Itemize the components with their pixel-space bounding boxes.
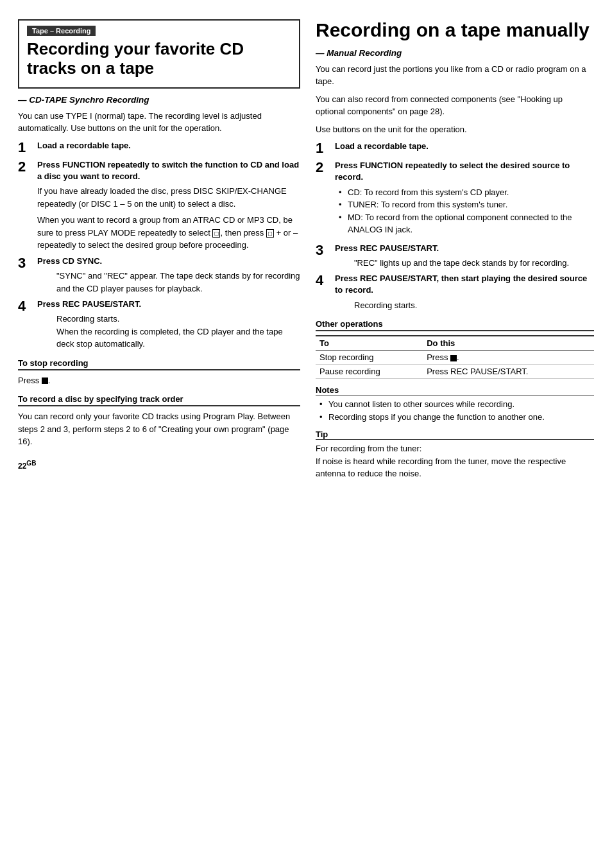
right-step-title-4: Press REC PAUSE/START, then start playin…	[335, 273, 594, 296]
to-record-header: To record a disc by specifying track ord…	[18, 394, 300, 406]
note-2: Recording stops if you change the functi…	[319, 411, 594, 424]
right-column: Recording on a tape manually — Manual Re…	[316, 19, 594, 849]
notes-list: You cannot listen to other sources while…	[319, 398, 594, 423]
left-intro: You can use TYPE I (normal) tape. The re…	[18, 110, 300, 135]
right-intro-1: You can record just the portions you lik…	[316, 63, 594, 88]
right-main-title: Recording on a tape manually	[316, 19, 594, 42]
table-row-stop: Stop recording Press .	[316, 351, 594, 365]
to-record-text: You can record only your favorite CD tra…	[18, 410, 300, 448]
step-num-1: 1	[18, 140, 35, 155]
step-body-2: If you have already loaded the disc, pre…	[37, 185, 300, 252]
step-title-4: Press REC PAUSE/START.	[37, 299, 300, 310]
step-num-4: 4	[18, 299, 35, 314]
right-step-3: 3 Press REC PAUSE/START. "REC" lights up…	[316, 243, 594, 270]
bullet-md: MD: To record from the optional componen…	[339, 211, 594, 236]
right-intro-3: Use buttons on the unit for the operatio…	[316, 123, 594, 136]
step-body-4: Recording starts. When the recording is …	[56, 313, 300, 351]
table-cell-stop-label: Stop recording	[316, 351, 423, 365]
left-step-3: 3 Press CD SYNC. "SYNC" and "REC" appear…	[18, 256, 300, 295]
right-step-num-3: 3	[316, 243, 332, 258]
table-row-pause: Pause recording Press REC PAUSE/START.	[316, 365, 594, 379]
step-content-3: Press CD SYNC. "SYNC" and "REC" appear. …	[37, 256, 300, 295]
table-cell-pause-label: Pause recording	[316, 365, 423, 379]
right-step-num-4: 4	[316, 273, 332, 288]
page: Tape – Recording Recording your favorite…	[0, 0, 612, 868]
right-step-title-3: Press REC PAUSE/START.	[335, 243, 594, 254]
tip-line-1: For recording from the tuner:	[316, 442, 594, 455]
right-step-content-1: Load a recordable tape.	[335, 141, 594, 152]
left-subtitle: — CD-TAPE Synchro Recording	[18, 95, 300, 105]
step-title-1: Load a recordable tape.	[37, 140, 300, 152]
step-content-4: Press REC PAUSE/START. Recording starts.…	[37, 299, 300, 351]
stop-symbol-right1	[450, 355, 457, 361]
section-label: Tape – Recording	[27, 26, 96, 36]
left-column: Tape – Recording Recording your favorite…	[18, 19, 300, 849]
right-step-content-2: Press FUNCTION repeatedly to select the …	[335, 160, 594, 238]
right-step-body-4: Recording starts.	[354, 299, 594, 312]
left-step-2: 2 Press FUNCTION repeatedly to switch th…	[18, 159, 300, 252]
stop-symbol-left	[42, 378, 48, 384]
right-step-4: 4 Press REC PAUSE/START, then start play…	[316, 273, 594, 311]
bullet-tuner: TUNER: To record from this system's tune…	[339, 198, 594, 211]
right-step-title-2: Press FUNCTION repeatedly to select the …	[335, 160, 594, 183]
table-cell-stop-action: Press .	[423, 351, 594, 365]
to-stop-text: Press .	[18, 374, 300, 387]
right-step-2-bullets: CD: To record from this system's CD play…	[339, 186, 594, 236]
right-subtitle: — Manual Recording	[316, 48, 594, 58]
section-box: Tape – Recording Recording your favorite…	[18, 19, 300, 89]
right-step-1: 1 Load a recordable tape.	[316, 141, 594, 156]
right-step-content-3: Press REC PAUSE/START. "REC" lights up a…	[335, 243, 594, 270]
left-step-1: 1 Load a recordable tape.	[18, 140, 300, 155]
step-content-1: Load a recordable tape.	[37, 140, 300, 152]
right-step-num-2: 2	[316, 160, 332, 175]
page-number: 22GB	[18, 460, 300, 471]
tip-line-2: If noise is heard while recording from t…	[316, 455, 594, 480]
right-step-body-3: "REC" lights up and the tape deck stands…	[354, 257, 594, 270]
step-body-3: "SYNC" and "REC" appear. The tape deck s…	[56, 270, 300, 295]
right-intro-2: You can also record from connected compo…	[316, 93, 594, 118]
left-step-4: 4 Press REC PAUSE/START. Recording start…	[18, 299, 300, 351]
right-step-2: 2 Press FUNCTION repeatedly to select th…	[316, 160, 594, 238]
left-main-title: Recording your favorite CD tracks on a t…	[27, 40, 291, 78]
step-content-2: Press FUNCTION repeatedly to switch the …	[37, 159, 300, 252]
tip-header: Tip	[316, 430, 594, 440]
step-title-2: Press FUNCTION repeatedly to switch the …	[37, 159, 300, 182]
step-num-3: 3	[18, 256, 35, 271]
note-1: You cannot listen to other sources while…	[319, 398, 594, 411]
right-step-content-4: Press REC PAUSE/START, then start playin…	[335, 273, 594, 311]
notes-section: Notes You cannot listen to other sources…	[316, 385, 594, 423]
right-step-num-1: 1	[316, 141, 332, 156]
step-num-2: 2	[18, 159, 35, 175]
to-stop-header: To stop recording	[18, 358, 300, 370]
ops-table: To Do this Stop recording Press . Pause …	[316, 335, 594, 379]
table-cell-pause-action: Press REC PAUSE/START.	[423, 365, 594, 379]
table-header-to: To	[316, 336, 423, 351]
other-ops-header: Other operations	[316, 319, 594, 331]
bullet-cd: CD: To record from this system's CD play…	[339, 186, 594, 199]
step-title-3: Press CD SYNC.	[37, 256, 300, 267]
right-step-title-1: Load a recordable tape.	[335, 141, 594, 152]
notes-header: Notes	[316, 385, 594, 395]
table-header-do: Do this	[423, 336, 594, 351]
